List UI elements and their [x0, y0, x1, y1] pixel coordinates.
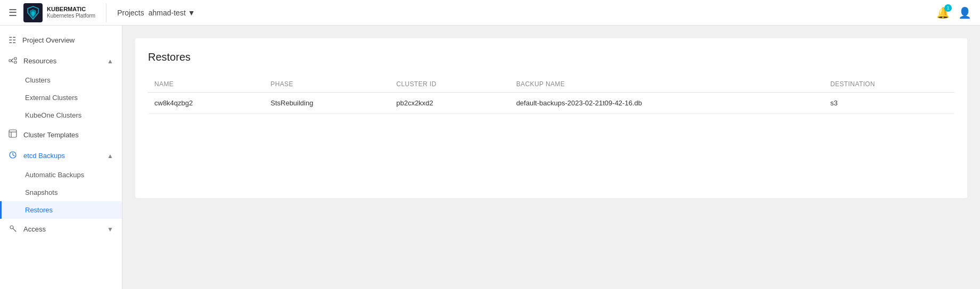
- sidebar-label-project-overview: Project Overview: [22, 36, 75, 44]
- table-header-row: Name Phase Cluster ID Backup Name Destin…: [148, 76, 954, 93]
- cell-backup-name: default-backups-2023-02-21t09-42-16.db: [510, 93, 824, 114]
- sidebar-label-kubeone-clusters: KubeOne Clusters: [25, 111, 81, 119]
- sidebar-item-snapshots[interactable]: Snapshots: [0, 184, 122, 201]
- user-icon[interactable]: 👤: [958, 6, 971, 19]
- content-card: Restores Name Phase Cluster ID Backup Na…: [135, 38, 967, 198]
- access-expand-icon: ▼: [107, 226, 113, 233]
- svg-rect-6: [14, 61, 17, 63]
- topbar: ☰ KUBERMATIC Kubernetes Platform Project…: [0, 0, 980, 26]
- col-phase: Phase: [264, 76, 390, 93]
- sidebar-label-restores: Restores: [25, 206, 53, 214]
- sidebar-item-restores[interactable]: Restores: [0, 201, 122, 219]
- logo-text: KUBERMATIC Kubernetes Platform: [47, 6, 95, 19]
- table-row: cw8k4qzbg2 StsRebuilding pb2cx2kxd2 defa…: [148, 93, 954, 114]
- cluster-templates-icon: [9, 129, 17, 140]
- cell-phase: StsRebuilding: [264, 93, 390, 114]
- table-body: cw8k4qzbg2 StsRebuilding pb2cx2kxd2 defa…: [148, 93, 954, 114]
- col-destination: Destination: [824, 76, 954, 93]
- nav-project-chevron-icon: ▼: [188, 9, 195, 17]
- sidebar-etcd-backups-header[interactable]: etcd Backups ▲: [0, 145, 122, 166]
- etcd-backups-expand-icon: ▲: [107, 152, 113, 160]
- logo-title: KUBERMATIC: [47, 6, 95, 13]
- sidebar-item-kubeone-clusters[interactable]: KubeOne Clusters: [0, 106, 122, 124]
- nav-project-label: ahmad-test: [149, 9, 186, 17]
- access-icon: [9, 224, 17, 234]
- sidebar-label-external-clusters: External Clusters: [25, 94, 78, 102]
- col-backup-name: Backup Name: [510, 76, 824, 93]
- sidebar-label-cluster-templates: Cluster Templates: [23, 131, 79, 139]
- content-area: Restores Name Phase Cluster ID Backup Na…: [122, 26, 980, 289]
- etcd-backups-icon: [9, 151, 17, 161]
- notification-badge: 1: [944, 4, 952, 12]
- sidebar-label-clusters: Clusters: [25, 76, 51, 84]
- svg-line-7: [11, 59, 13, 61]
- restores-table: Name Phase Cluster ID Backup Name Destin…: [148, 76, 954, 114]
- sidebar-label-etcd-backups: etcd Backups: [23, 152, 65, 160]
- notifications-icon[interactable]: 🔔 1: [936, 6, 950, 19]
- sidebar-item-external-clusters[interactable]: External Clusters: [0, 89, 122, 106]
- resources-expand-icon: ▲: [107, 57, 113, 65]
- resources-icon: [9, 56, 17, 66]
- topbar-right: 🔔 1 👤: [936, 6, 971, 19]
- cell-name: cw8k4qzbg2: [148, 93, 264, 114]
- nav-project-name[interactable]: ahmad-test ▼: [149, 9, 195, 17]
- main-layout: ☷ Project Overview Resources ▲ Clusters …: [0, 26, 980, 289]
- table-header: Name Phase Cluster ID Backup Name Destin…: [148, 76, 954, 93]
- sidebar-item-cluster-templates[interactable]: Cluster Templates: [0, 124, 122, 145]
- sidebar-item-automatic-backups[interactable]: Automatic Backups: [0, 166, 122, 184]
- sidebar-label-automatic-backups: Automatic Backups: [25, 171, 84, 179]
- topbar-left: ☰ KUBERMATIC Kubernetes Platform Project…: [9, 3, 195, 22]
- page-title: Restores: [148, 51, 954, 63]
- sidebar-label-resources: Resources: [23, 57, 56, 65]
- logo-area: KUBERMATIC Kubernetes Platform: [23, 3, 106, 22]
- col-cluster-id: Cluster ID: [390, 76, 509, 93]
- sidebar-resources-header[interactable]: Resources ▲: [0, 51, 122, 71]
- svg-line-8: [11, 61, 13, 62]
- sidebar-label-access: Access: [23, 225, 46, 233]
- kubermatic-logo: [23, 3, 43, 22]
- nav-projects-link[interactable]: Projects: [117, 9, 144, 17]
- nav-breadcrumb: Projects ahmad-test ▼: [117, 9, 195, 17]
- logo-subtitle: Kubernetes Platform: [47, 13, 95, 19]
- hamburger-icon[interactable]: ☰: [9, 7, 17, 19]
- sidebar-item-clusters[interactable]: Clusters: [0, 71, 122, 89]
- svg-rect-4: [9, 60, 11, 62]
- svg-rect-5: [14, 57, 17, 60]
- svg-line-14: [13, 229, 17, 232]
- cell-destination: s3: [824, 93, 954, 114]
- grid-icon: ☷: [9, 35, 16, 45]
- sidebar-item-project-overview[interactable]: ☷ Project Overview: [0, 30, 122, 51]
- sidebar-label-snapshots: Snapshots: [25, 188, 57, 196]
- col-name: Name: [148, 76, 264, 93]
- svg-rect-9: [9, 130, 17, 137]
- sidebar-access-header[interactable]: Access ▼: [0, 219, 122, 240]
- sidebar: ☷ Project Overview Resources ▲ Clusters …: [0, 26, 122, 289]
- cell-cluster-id: pb2cx2kxd2: [390, 93, 509, 114]
